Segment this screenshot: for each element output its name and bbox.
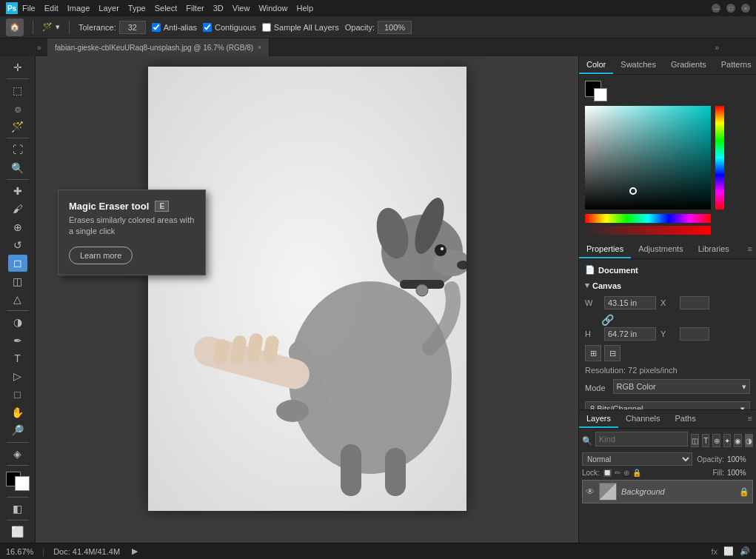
menu-window[interactable]: Window (258, 4, 287, 13)
sample-all-checkbox[interactable] (262, 23, 271, 32)
toggle-filter-btn[interactable]: ◑ (745, 434, 753, 447)
shape-tool[interactable]: □ (8, 386, 27, 403)
pen-tool[interactable]: ✒ (8, 332, 27, 348)
heal-tool[interactable]: ✚ (8, 183, 27, 199)
clone-tool[interactable]: ⊕ (8, 218, 27, 235)
menu-file[interactable]: File (22, 4, 36, 13)
menu-type[interactable]: Type (128, 4, 146, 13)
eraser-tool active[interactable]: ◻ (8, 255, 27, 271)
smart-filter-btn[interactable]: ◉ (734, 434, 742, 447)
menu-filter[interactable]: Filter (186, 4, 204, 13)
canvas-size-btn[interactable]: ⊞ (585, 345, 601, 361)
color-gradient-picker[interactable] (585, 106, 711, 210)
contiguous-checkbox[interactable] (203, 23, 212, 32)
tolerance-input[interactable] (119, 21, 146, 34)
pixel-filter-btn[interactable]: T (702, 434, 709, 447)
tab-layers[interactable]: Layers (579, 410, 618, 428)
move-tool[interactable]: ✛ (8, 59, 27, 76)
svg-point-7 (276, 400, 309, 422)
tab-swatches[interactable]: Swatches (613, 56, 663, 74)
audio-tool[interactable]: ◈ (8, 445, 27, 461)
tab-gradients[interactable]: Gradients (663, 56, 714, 74)
quick-mask-toggle[interactable]: ◧ (8, 500, 27, 516)
menu-select[interactable]: Select (155, 4, 178, 13)
hand-tool[interactable]: ✋ (8, 404, 27, 421)
blur-tool[interactable]: △ (8, 291, 27, 307)
history-tool[interactable]: ↺ (8, 237, 27, 253)
tab-libraries[interactable]: Libraries (691, 241, 737, 258)
learn-more-button[interactable]: Learn more (69, 247, 133, 264)
type-tool[interactable]: T (8, 350, 27, 366)
tab-patterns[interactable]: Patterns (714, 56, 756, 74)
color-selector[interactable] (6, 472, 30, 491)
layer-visibility-toggle[interactable]: 👁 (586, 486, 595, 497)
anti-alias-checkbox[interactable] (152, 23, 161, 32)
menu-image[interactable]: Image (67, 4, 90, 13)
tab-channels[interactable]: Channels (618, 410, 667, 428)
eyedropper-tool[interactable]: 🔍 (8, 160, 27, 176)
dodge-tool[interactable]: ◑ (8, 314, 27, 330)
path-select-tool[interactable]: ▷ (8, 368, 27, 384)
blend-mode-select[interactable]: Normal (582, 452, 692, 466)
status-right-controls: fx ⬜ 🔊 (711, 546, 750, 556)
color-picker-area (579, 75, 756, 241)
brush-tool[interactable]: 🖌 (8, 201, 27, 217)
marquee-tool[interactable]: ⬚ (8, 82, 27, 98)
doc-info-expand[interactable]: ▶ (132, 546, 138, 556)
tab-adjustments[interactable]: Adjustments (631, 241, 691, 258)
x-input[interactable] (680, 296, 709, 309)
image-size-btn[interactable]: ⊟ (604, 345, 620, 361)
tab-bar: » fabian-gieske-cbIKeuURaq8-unsplash.jpg… (0, 39, 756, 56)
hue-slider[interactable] (585, 214, 711, 223)
menu-edit[interactable]: Edit (44, 4, 58, 13)
lock-position-btn[interactable]: ✏ (615, 469, 620, 477)
magic-wand-tool[interactable]: 🪄 (8, 118, 27, 135)
tab-color[interactable]: Color (579, 56, 613, 74)
right-collapse-arrow[interactable]: » (715, 44, 719, 52)
maximize-button[interactable]: □ (726, 4, 735, 13)
minimize-button[interactable]: — (712, 4, 720, 13)
hue-strip[interactable] (715, 106, 724, 210)
menu-help[interactable]: Help (297, 4, 314, 13)
crop-tool[interactable]: ⛶ (8, 141, 27, 158)
lock-pixels-btn[interactable]: 🔲 (603, 469, 612, 477)
mode-dropdown[interactable]: RGB Color ▾ (613, 379, 750, 394)
tab-properties[interactable]: Properties (579, 241, 631, 258)
color-picker-handle[interactable] (629, 187, 637, 195)
depth-dropdown[interactable]: 8 Bits/Channel ▾ (585, 401, 750, 409)
menu-3d[interactable]: 3D (213, 4, 224, 13)
status-history-info: 🔊 (740, 546, 750, 556)
fg-bg-swatches[interactable] (585, 81, 612, 101)
alpha-slider[interactable] (585, 226, 711, 235)
background-color[interactable] (15, 476, 30, 491)
tool-dropdown-arrow[interactable]: ▾ (56, 22, 60, 32)
screen-mode-toggle[interactable]: ⬜ (8, 523, 27, 540)
layers-menu-icon[interactable]: ≡ (744, 410, 756, 428)
tab-paths[interactable]: Paths (668, 410, 703, 428)
document-tab[interactable]: fabian-gieske-cbIKeuURaq8-unsplash.jpg @… (47, 39, 270, 56)
width-input[interactable] (604, 296, 656, 309)
home-button[interactable]: 🏠 (6, 19, 24, 36)
zoom-tool[interactable]: 🔎 (8, 422, 27, 438)
lock-all-btn[interactable]: 🔒 (632, 469, 641, 477)
background-layer[interactable]: 👁 Background 🔒 (582, 480, 753, 503)
lock-artboard-btn[interactable]: ⊕ (623, 469, 629, 477)
layers-search-input[interactable] (595, 432, 688, 446)
menu-view[interactable]: View (233, 4, 250, 13)
color-picker-main (585, 106, 750, 214)
opacity-input[interactable] (378, 21, 412, 34)
kind-filter-btn[interactable]: ◫ (691, 434, 699, 447)
height-input[interactable] (604, 327, 656, 341)
adjustment-filter-btn[interactable]: ⊕ (712, 434, 720, 447)
lasso-tool[interactable]: ⌾ (8, 101, 27, 117)
text-filter-btn[interactable]: ✦ (723, 434, 731, 447)
menu-layer[interactable]: Layer (98, 4, 119, 13)
left-collapse-arrow[interactable]: » (37, 44, 44, 52)
y-input[interactable] (680, 327, 709, 341)
tab-close-button[interactable]: × (258, 44, 261, 51)
canvas-collapse-arrow[interactable]: ▾ (585, 281, 589, 290)
background-swatch[interactable] (594, 88, 607, 101)
close-button[interactable]: × (741, 4, 750, 13)
props-menu-icon[interactable]: ≡ (744, 241, 756, 258)
gradient-tool[interactable]: ◫ (8, 273, 27, 289)
